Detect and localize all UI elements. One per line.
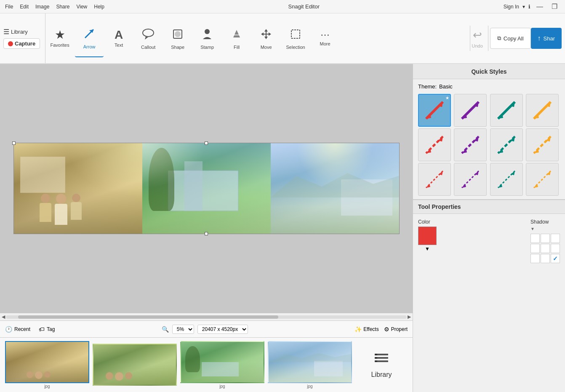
tool-move-label: Move	[261, 45, 272, 50]
color-dropdown-arrow[interactable]: ▼	[425, 246, 430, 252]
arrow-styles-grid: ★	[413, 92, 565, 197]
properties-icon: ⚙	[384, 326, 389, 333]
scroll-left-btn[interactable]: ◀	[2, 314, 5, 320]
shadow-cell-3[interactable]	[551, 234, 560, 243]
scrollbar-track[interactable]	[6, 315, 407, 319]
tool-selection[interactable]: Selection	[281, 19, 310, 57]
tool-arrow[interactable]: Arrow	[75, 19, 104, 57]
thumbnail-3[interactable]: jpg	[180, 341, 264, 389]
toolbar-divider2	[488, 26, 488, 51]
library-label: Library	[11, 29, 28, 35]
capture-button[interactable]: Capture	[3, 38, 40, 49]
svg-point-5	[175, 31, 181, 37]
restore-button[interactable]: ❐	[549, 2, 560, 11]
handle-top-mid[interactable]	[205, 141, 208, 145]
thumb-label-4: jpg	[307, 384, 312, 389]
copy-all-button[interactable]: ⧉ Copy All	[490, 28, 531, 49]
tool-favorites[interactable]: ★ Favorites	[45, 19, 74, 57]
shadow-cell-1[interactable]	[530, 234, 540, 243]
svg-marker-38	[546, 136, 551, 141]
thumbnail-4[interactable]: jpg	[268, 341, 352, 389]
library-panel[interactable]: Library	[355, 342, 408, 388]
thumbnail-2[interactable]	[93, 344, 177, 387]
handle-top-left[interactable]	[12, 141, 16, 145]
share-button[interactable]: ↑ Shar	[531, 28, 562, 49]
undo-button[interactable]: ↩ Undo	[472, 29, 483, 48]
scrollbar-thumb[interactable]	[18, 315, 279, 319]
canvas-area	[0, 64, 413, 313]
tool-selection-label: Selection	[286, 45, 305, 50]
arrow-style-11[interactable]	[490, 163, 523, 196]
arrow-style-10[interactable]	[454, 163, 487, 196]
shadow-cell-5[interactable]	[541, 244, 550, 253]
copy-all-label: Copy All	[504, 35, 524, 42]
tool-move[interactable]: Move	[252, 19, 280, 57]
zoom-select[interactable]: 5%	[172, 325, 194, 334]
svg-point-2	[143, 29, 154, 37]
svg-point-6	[205, 29, 210, 34]
arrow-style-9[interactable]	[418, 163, 451, 196]
handle-bottom-mid[interactable]	[205, 232, 208, 235]
color-swatch[interactable]	[418, 227, 437, 245]
more-icon: ⋯	[320, 30, 330, 40]
shadow-dropdown-label[interactable]: ▼	[530, 227, 560, 231]
menu-share[interactable]: Share	[56, 4, 69, 10]
arrow-style-7[interactable]	[490, 128, 523, 161]
titlebar: File Edit Image Share View Help Snagit E…	[0, 0, 565, 13]
menu-view[interactable]: View	[76, 4, 87, 10]
arrow-style-4[interactable]	[526, 94, 559, 127]
menu-file[interactable]: File	[5, 4, 13, 10]
move-icon	[259, 27, 273, 43]
record-dot-icon	[8, 41, 13, 46]
tools-group: ★ Favorites Arrow A Text	[45, 19, 468, 57]
tool-text[interactable]: A Text	[104, 19, 133, 57]
arrow-style-6[interactable]	[454, 128, 487, 161]
tag-tab[interactable]: 🏷 Tag	[39, 326, 55, 333]
tool-callout[interactable]: Callout	[134, 19, 163, 57]
minimize-button[interactable]: —	[534, 2, 546, 11]
size-select[interactable]: 20407 x 4520px	[197, 325, 248, 334]
color-picker[interactable]: ▼	[418, 227, 437, 252]
bottom-bar: 🕐 Recent 🏷 Tag 🔍 5% 20407 x 4520px	[0, 320, 413, 337]
tool-fill[interactable]: Fill	[222, 19, 251, 57]
shape-icon	[171, 27, 184, 43]
info-icon[interactable]: ℹ	[528, 4, 530, 10]
recent-tab[interactable]: 🕐 Recent	[5, 326, 30, 333]
shadow-cell-8[interactable]	[541, 254, 550, 263]
tool-more-label: More	[320, 41, 330, 46]
arrow-style-1[interactable]: ★	[418, 94, 451, 127]
shadow-cell-7[interactable]	[530, 254, 540, 263]
signin-arrow[interactable]: ▾	[522, 4, 525, 10]
tool-stamp[interactable]: Stamp	[193, 19, 221, 57]
arrow-style-8[interactable]	[526, 128, 559, 161]
fill-icon	[230, 27, 243, 43]
shadow-cell-4[interactable]	[530, 244, 540, 253]
thumbnail-1[interactable]: jpg	[5, 341, 89, 389]
shadow-cell-2[interactable]	[541, 234, 550, 243]
library-button[interactable]: ☰ Library	[3, 28, 40, 36]
thumb-image-3	[180, 341, 264, 383]
tool-shape[interactable]: Shape	[163, 19, 192, 57]
arrow-style-3[interactable]	[490, 94, 523, 127]
library-list-icon	[374, 351, 389, 368]
arrow-style-5[interactable]	[418, 128, 451, 161]
tool-more[interactable]: ⋯ More	[311, 19, 339, 57]
capture-label: Capture	[15, 40, 35, 47]
svg-marker-29	[438, 136, 443, 141]
svg-marker-32	[474, 136, 479, 141]
arrow-style-2[interactable]	[454, 94, 487, 127]
effects-button[interactable]: ✨ Effects	[354, 326, 378, 333]
arrow-style-12[interactable]	[526, 163, 559, 196]
text-icon: A	[115, 29, 123, 41]
scroll-right-btn[interactable]: ▶	[408, 314, 411, 320]
stamp-icon	[200, 27, 214, 43]
menu-edit[interactable]: Edit	[20, 4, 29, 10]
effects-label: Effects	[363, 326, 378, 332]
menu-image[interactable]: Image	[35, 4, 49, 10]
shadow-cell-6[interactable]	[551, 244, 560, 253]
properties-button[interactable]: ⚙ Propert	[384, 326, 408, 333]
tool-properties-title: Tool Properties	[413, 200, 565, 214]
signin-button[interactable]: Sign In	[504, 4, 519, 10]
shadow-cell-9-checked[interactable]: ✓	[551, 254, 560, 263]
menu-help[interactable]: Help	[94, 4, 104, 10]
